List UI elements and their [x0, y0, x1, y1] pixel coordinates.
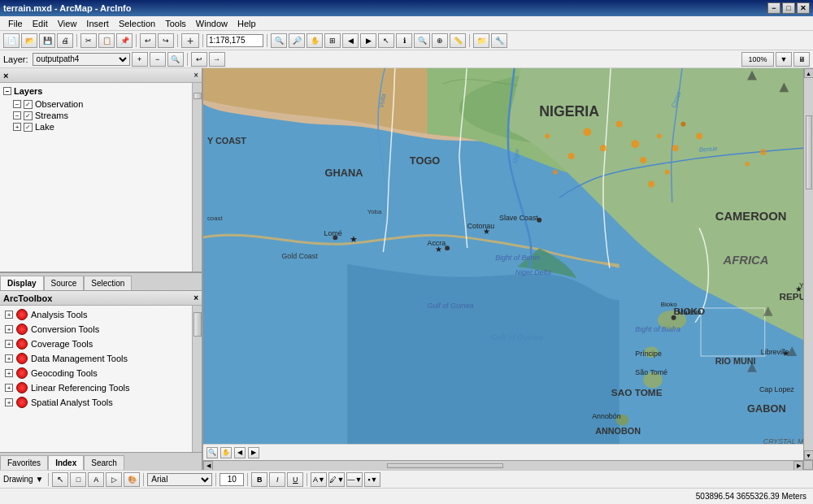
- layer-remove-button[interactable]: −: [150, 52, 166, 67]
- map-back-btn[interactable]: ◀: [234, 447, 246, 458]
- underline-button[interactable]: U: [287, 472, 303, 487]
- menu-window[interactable]: Window: [191, 16, 233, 30]
- tool-coverage-expand[interactable]: +: [5, 340, 13, 348]
- pan-button[interactable]: ✋: [307, 33, 323, 48]
- draw-select-btn[interactable]: ↖: [52, 472, 68, 487]
- undo-button[interactable]: ↩: [140, 33, 156, 48]
- menu-edit[interactable]: Edit: [28, 16, 53, 30]
- print-button[interactable]: 🖨: [57, 33, 73, 48]
- ttab-search[interactable]: Search: [84, 455, 124, 470]
- vscroll-thumb[interactable]: [806, 115, 812, 190]
- tool-analysis-expand[interactable]: +: [5, 311, 13, 319]
- zoom-pct-btn[interactable]: 100%: [741, 52, 774, 67]
- lake-checkbox[interactable]: [24, 123, 33, 132]
- streams-expand[interactable]: −: [13, 111, 21, 119]
- minimize-button[interactable]: −: [767, 2, 780, 14]
- layer-btn2[interactable]: →: [209, 52, 225, 67]
- cut-button[interactable]: ✂: [80, 33, 97, 48]
- font-size-input[interactable]: [220, 473, 244, 486]
- save-button[interactable]: 💾: [39, 33, 55, 48]
- map-vscroll[interactable]: ▲ ▼: [803, 68, 813, 460]
- ttab-index[interactable]: Index: [48, 455, 84, 470]
- close-button[interactable]: ✕: [797, 2, 810, 14]
- font-select[interactable]: Arial Times New Roman: [147, 473, 212, 486]
- map-pan-btn[interactable]: ✋: [220, 447, 232, 458]
- toolbox-close[interactable]: ×: [193, 293, 198, 302]
- tool-datamgmt[interactable]: + Data Management Tools: [2, 351, 200, 366]
- back-extent-button[interactable]: ◀: [342, 33, 359, 48]
- map-area[interactable]: Adamawa Plateau ★ ★ ★ ★ ★: [203, 68, 813, 470]
- toolbox-scroll-thumb[interactable]: [193, 312, 202, 337]
- tool-spatial[interactable]: + Spatial Analyst Tools: [2, 395, 200, 410]
- tool-conversion-expand[interactable]: +: [5, 325, 13, 333]
- layers-scroll-thumb[interactable]: [193, 93, 202, 99]
- zoom-out-button[interactable]: 🔎: [289, 33, 305, 48]
- font-color-btn[interactable]: A▼: [311, 472, 327, 487]
- ttab-favorites[interactable]: Favorites: [0, 455, 48, 470]
- map-fwd-btn[interactable]: ▶: [248, 447, 259, 458]
- hscroll-thumb[interactable]: [387, 463, 503, 468]
- select-button[interactable]: ↖: [378, 33, 394, 48]
- line-color-btn[interactable]: ―▼: [346, 472, 363, 487]
- tool-analysis[interactable]: + Analysis Tools: [2, 307, 200, 322]
- zoom-pct-select[interactable]: ▼: [776, 52, 792, 67]
- copy-button[interactable]: 📋: [98, 33, 115, 48]
- tab-source[interactable]: Source: [44, 276, 85, 290]
- observation-checkbox[interactable]: [24, 100, 33, 109]
- vscroll-down[interactable]: ▼: [804, 450, 814, 460]
- full-extent-button[interactable]: ⊞: [324, 33, 341, 48]
- tool-linear-expand[interactable]: +: [5, 384, 13, 392]
- open-button[interactable]: 📂: [21, 33, 37, 48]
- layer-streams[interactable]: − Streams: [3, 110, 198, 121]
- find-button[interactable]: 🔍: [414, 33, 430, 48]
- streams-checkbox[interactable]: [24, 111, 33, 120]
- lake-expand[interactable]: +: [13, 123, 21, 131]
- hscroll-track[interactable]: [213, 463, 793, 469]
- draw-btn1[interactable]: □: [70, 472, 86, 487]
- menu-file[interactable]: File: [3, 16, 28, 30]
- tool-coverage[interactable]: + Coverage Tools: [2, 337, 200, 351]
- map-zoom-btn[interactable]: 🔍: [207, 447, 218, 458]
- layers-expand[interactable]: −: [3, 87, 11, 95]
- scale-input[interactable]: [207, 34, 263, 47]
- layer-observation[interactable]: − Observation: [3, 98, 198, 110]
- tool-datamgmt-expand[interactable]: +: [5, 354, 13, 363]
- bold-button[interactable]: B: [251, 472, 267, 487]
- vscroll-up[interactable]: ▲: [804, 68, 814, 78]
- tab-display[interactable]: Display: [0, 276, 44, 290]
- layer-select[interactable]: outputpath4: [33, 53, 130, 66]
- new-button[interactable]: 📄: [3, 33, 20, 48]
- menu-selection[interactable]: Selection: [114, 16, 160, 30]
- forward-extent-button[interactable]: ▶: [360, 33, 376, 48]
- layer-btn1[interactable]: ↩: [191, 52, 207, 67]
- goto-xy-button[interactable]: ⊕: [432, 33, 448, 48]
- layout-zoom-btn[interactable]: 🖥: [793, 52, 810, 67]
- tab-selection[interactable]: Selection: [84, 276, 132, 290]
- shadow-btn[interactable]: ▪▼: [364, 472, 380, 487]
- draw-text-btn[interactable]: A: [88, 472, 104, 487]
- layer-add-button[interactable]: +: [132, 52, 148, 67]
- zoom-in-button[interactable]: 🔍: [271, 33, 287, 48]
- arc-catalog-button[interactable]: 📁: [473, 33, 489, 48]
- layers-close[interactable]: ×: [193, 71, 198, 80]
- italic-button[interactable]: I: [269, 472, 285, 487]
- redo-button[interactable]: ↪: [158, 33, 174, 48]
- arc-toolbox-button[interactable]: 🔧: [491, 33, 507, 48]
- fill-color-btn[interactable]: 🖊▼: [328, 472, 345, 487]
- add-data-button[interactable]: +: [181, 33, 199, 48]
- tool-linear[interactable]: + Linear Referencing Tools: [2, 380, 200, 395]
- tool-geocoding-expand[interactable]: +: [5, 369, 13, 377]
- tool-geocoding[interactable]: + Geocoding Tools: [2, 366, 200, 380]
- layer-zoom-button[interactable]: 🔍: [167, 52, 184, 67]
- toolbox-vscroll[interactable]: [192, 306, 202, 452]
- measure-button[interactable]: 📏: [450, 33, 466, 48]
- vscroll-track[interactable]: [805, 78, 813, 450]
- drawing-label[interactable]: Drawing ▼: [3, 475, 43, 484]
- menu-insert[interactable]: Insert: [81, 16, 114, 30]
- paste-button[interactable]: 📌: [116, 33, 133, 48]
- map-hscroll[interactable]: ◀ ▶: [203, 460, 803, 470]
- hscroll-right[interactable]: ▶: [793, 461, 803, 471]
- menu-view[interactable]: View: [53, 16, 82, 30]
- tool-conversion[interactable]: + Conversion Tools: [2, 322, 200, 337]
- draw-color-btn[interactable]: 🎨: [124, 472, 140, 487]
